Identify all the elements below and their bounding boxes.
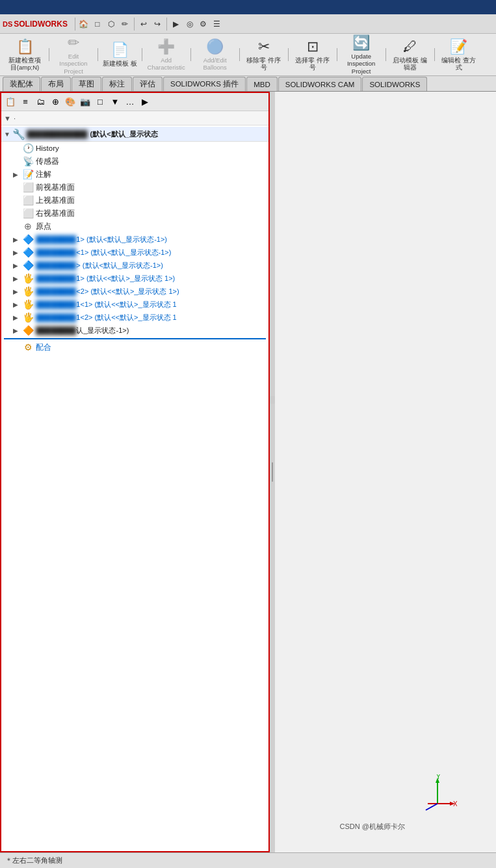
part2-expand: ▶ [13,249,22,256]
front-plane-label: 前视基准面 [36,183,75,192]
part7-label-state: 1<2> (默认<<默认>_显示状态 1 [76,313,176,322]
panel-icon-folder[interactable]: 🗂 [33,95,47,109]
tab-solidworks-cam[interactable]: SOLIDWORKS CAM [278,77,362,91]
edit-inspection-button[interactable]: ✏ Edit Inspection Project [51,36,96,73]
tree-item-part1[interactable]: ▶ 🔷 ████████ 1> (默认<默认_显示状态-1>) [1,233,268,246]
part7-expand: ▶ [13,314,22,321]
undo-icon[interactable]: ↩ [137,18,150,31]
tree-item-front-plane[interactable]: ⬜ 前视基准面 [1,181,268,194]
part1-label-blurred: ████████ [36,235,76,243]
origin-icon: ⊕ [22,220,34,232]
tree-item-part4[interactable]: ▶ 🖐 ████████ 1> (默认<<默认>_显示状态 1>) [1,272,268,285]
menu-icon[interactable]: ☰ [211,18,224,31]
toolbar-row1: DS SOLIDWORKS 🏠 □ ⬡ ✏ ↩ ↪ ▶ ◎ ⚙ ☰ [0,14,496,34]
shape-icon[interactable]: ⬡ [105,18,118,31]
top-plane-label: 上视基准面 [36,196,75,205]
part5-icon: 🖐 [22,285,34,297]
part6-expand: ▶ [13,301,22,308]
new-doc-icon[interactable]: □ [91,18,104,31]
part4-expand: ▶ [13,275,22,282]
filter-icon: ▼ [4,114,11,122]
tab-sketch[interactable]: 草图 [72,77,101,91]
move-seq-icon: ✂ [258,38,270,55]
redo-icon[interactable]: ↪ [151,18,164,31]
select-seq-button[interactable]: ⊡ 选择零 件序号 [291,36,335,73]
status-bar: ＊左右二等角轴测 [0,852,496,868]
svg-text:Y: Y [436,774,441,780]
tree-item-annotations[interactable]: ▶ 📝 注解 [1,168,268,181]
tree-item-history[interactable]: 🕐 History [1,142,268,155]
svg-line-4 [426,804,437,810]
root-assembly-icon: 🔧 [13,128,25,140]
panel-icon-add[interactable]: ⊕ [48,95,62,109]
tree-item-top-plane[interactable]: ⬜ 上视基准面 [1,194,268,207]
tree-item-right-plane[interactable]: ⬜ 右视基准面 [1,207,268,220]
panel-filter: ▼ · [1,111,268,125]
tab-markup[interactable]: 标注 [102,77,132,91]
part1-icon: 🔷 [22,233,34,245]
panel-icon-more[interactable]: … [123,95,137,109]
new-template-button[interactable]: 📄 新建模板 板 [100,36,140,73]
panel-icon-list[interactable]: 📋 [3,95,18,109]
part8-icon: 🔶 [22,324,34,336]
tree-item-part3[interactable]: ▶ 🔷 ████████ > (默认<默认_显示状态-1>) [1,259,268,272]
tree-item-part7[interactable]: ▶ 🖐 ████████ 1<2> (默认<<默认>_显示状态 1 [1,311,268,324]
part8-label-blurred: ████████ [36,326,76,334]
add-characteristic-button[interactable]: ➕ Add Characteristic [144,36,189,73]
resize-handle[interactable] [270,92,275,852]
tb-sep-9 [434,48,435,61]
play-icon[interactable]: ▶ [170,18,183,31]
feature-tree[interactable]: ▼ 🔧 ████████████ (默认<默认_显示状态 🕐 History 📡… [1,125,268,851]
part2-label-state: <1> (默认<默认_显示状态-1>) [76,248,171,257]
move-seq-button[interactable]: ✂ 移除零 件序号 [242,36,286,73]
part1-expand: ▶ [13,236,22,243]
tab-evaluate[interactable]: 评估 [133,77,163,91]
tab-solidworks-plugins[interactable]: SOLIDWORKS 插件 [163,77,246,91]
add-edit-balloons-icon: 🔵 [206,38,224,55]
panel-icon-expand[interactable]: ▶ [138,95,152,109]
viewport-panel[interactable]: X Y CSDN @机械师卡尔 [275,92,496,852]
tree-item-sensors[interactable]: 📡 传感器 [1,155,268,168]
pencil-icon[interactable]: ✏ [118,18,131,31]
part4-label-blurred: ████████ [36,274,76,282]
panel-icon-color[interactable]: 🎨 [63,95,77,109]
annotations-icon: 📝 [22,168,34,180]
launch-template-icon: 🖊 [403,38,417,55]
new-inspection-button[interactable]: 📋 新建检查项 目(amp;N) [3,36,47,73]
annotations-expand: ▶ [13,171,22,178]
panel-icon-camera[interactable]: 📷 [78,95,92,109]
update-inspection-button[interactable]: 🔄 Update Inspection Project [339,36,384,73]
gear-icon[interactable]: ⚙ [197,18,210,31]
panel-icon-tree[interactable]: ≡ [18,95,33,109]
tree-item-mates[interactable]: ⚙ 配合 [1,341,268,354]
launch-template-label: 启动模板 编辑器 [391,57,430,72]
panel-icon-square[interactable]: □ [93,95,107,109]
tree-item-part2[interactable]: ▶ 🔷 ████████ <1> (默认<默认_显示状态-1>) [1,246,268,259]
tree-item-origin[interactable]: ⊕ 原点 [1,220,268,233]
add-characteristic-label: Add Characteristic [147,57,186,72]
panel-icon-dropdown[interactable]: ▼ [108,95,122,109]
part3-expand: ▶ [13,262,22,269]
part4-label-state: 1> (默认<<默认>_显示状态 1>) [76,274,175,283]
tb-sep-2 [98,48,98,61]
tree-item-part8[interactable]: ▶ 🔶 ████████ 认_显示状态-1>) [1,324,268,337]
tab-solidworks2[interactable]: SOLIDWORKS [362,77,427,91]
tab-assembly[interactable]: 装配体 [3,77,40,91]
tree-item-part5[interactable]: ▶ 🖐 ████████ <2> (默认<<默认>_显示状态 1>) [1,285,268,298]
home-icon[interactable]: 🏠 [77,18,90,31]
tab-mbd[interactable]: MBD [246,77,278,91]
select-seq-icon: ⊡ [307,38,319,55]
edit-inspector-button[interactable]: 📝 编辑检 查方式 [437,36,481,73]
part5-label-blurred: ████████ [36,287,76,295]
add-edit-balloons-button[interactable]: 🔵 Add/Edit Balloons [193,36,237,73]
origin-label: 原点 [36,222,51,231]
move-seq-label: 移除零 件序号 [244,57,283,72]
tab-bar: 装配体 布局 草图 标注 评估 SOLIDWORKS 插件 MBD SOLIDW… [0,76,496,92]
target-icon[interactable]: ◎ [183,18,196,31]
tree-root-item[interactable]: ▼ 🔧 ████████████ (默认<默认_显示状态 [1,127,268,142]
ds-text: DS [3,20,12,28]
tree-item-part6[interactable]: ▶ 🖐 ████████ 1<1> (默认<<默认>_显示状态 1 [1,298,268,311]
root-state: (默认<默认_显示状态 [90,129,158,139]
tab-layout[interactable]: 布局 [41,77,71,91]
launch-template-button[interactable]: 🖊 启动模板 编辑器 [388,36,432,73]
